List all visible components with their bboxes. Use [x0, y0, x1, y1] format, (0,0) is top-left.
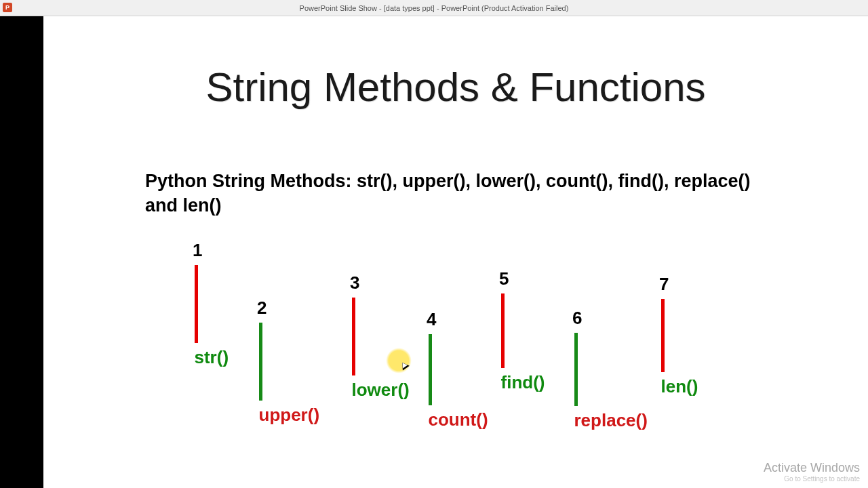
- method-number: 6: [572, 308, 579, 329]
- method-number: 1: [193, 240, 199, 261]
- method-item-3: 3lower(): [350, 272, 357, 401]
- method-item-1: 1str(): [193, 240, 199, 368]
- method-number: 5: [499, 268, 506, 289]
- watermark-line-2: Go to Settings to activate: [764, 475, 860, 483]
- connector-bar: [574, 333, 578, 406]
- method-label: find(): [501, 372, 505, 393]
- method-number: 3: [350, 272, 357, 293]
- method-item-7: 7len(): [659, 274, 666, 397]
- method-label: count(): [429, 409, 432, 430]
- connector-bar: [661, 299, 665, 372]
- method-item-5: 5find(): [499, 268, 506, 393]
- connector-bar: [259, 323, 262, 401]
- window-titlebar: PowerPoint Slide Show - [data types ppt]…: [0, 0, 868, 16]
- method-item-2: 2upper(): [257, 298, 264, 426]
- connector-bar: [352, 298, 355, 375]
- method-label: lower(): [352, 380, 355, 401]
- method-label: str(): [195, 347, 198, 368]
- connector-bar: [429, 334, 432, 405]
- method-item-6: 6replace(): [572, 308, 579, 431]
- method-number: 2: [257, 298, 264, 319]
- slide-canvas[interactable]: String Methods & Functions Python String…: [43, 16, 868, 488]
- slide-subheading: Python String Methods: str(), upper(), l…: [145, 169, 766, 218]
- method-number: 7: [659, 274, 666, 295]
- method-label: upper(): [259, 405, 262, 426]
- connector-bar: [501, 293, 505, 368]
- method-item-4: 4count(): [427, 309, 433, 430]
- watermark-line-1: Activate Windows: [764, 462, 860, 475]
- method-label: replace(): [574, 410, 578, 431]
- method-number: 4: [427, 309, 433, 330]
- powerpoint-icon: [3, 3, 12, 12]
- windows-activation-watermark: Activate Windows Go to Settings to activ…: [764, 462, 860, 483]
- connector-bar: [195, 265, 198, 343]
- method-label: len(): [661, 376, 665, 397]
- window-title-text: PowerPoint Slide Show - [data types ppt]…: [300, 4, 569, 12]
- slide-title: String Methods & Functions: [43, 64, 868, 110]
- methods-diagram: 1str()2upper()3lower()4count()5find()6re…: [132, 233, 814, 461]
